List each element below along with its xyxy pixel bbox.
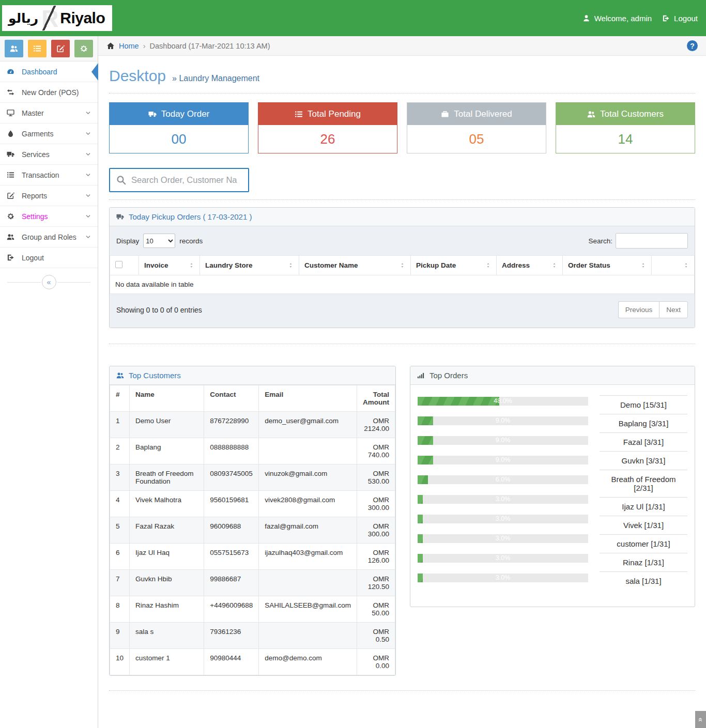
cell-rank: 9 [110,623,130,649]
column-header-address[interactable]: Address [497,256,563,275]
top-customers-title: Top Customers [129,371,181,380]
sidebar-collapse-button[interactable]: « [42,275,56,289]
cell-email: vinuzok@gmail.com [259,464,357,491]
welcome-user[interactable]: Welcome, admin [582,14,652,23]
order-share-bar: 9.0% [418,416,588,425]
sidebar-item-dashboard[interactable]: Dashboard [0,61,98,82]
top-customers-panel: Top Customers #NameContactEmailTotal Amo… [109,366,396,676]
select-all-checkbox[interactable] [115,261,122,268]
cell-contact: 0557515673 [204,544,259,570]
quick-edit-button[interactable] [51,40,70,57]
sidebar-item-logout[interactable]: Logout [0,247,98,268]
stat-card-total-customers[interactable]: Total Customers14 [556,102,695,153]
sort-icon[interactable] [640,262,646,268]
page-size-select[interactable]: 10 [143,234,175,248]
column-header-laundry-store[interactable]: Laundry Store [200,256,299,275]
chevron-down-icon [85,193,91,198]
sort-icon[interactable] [400,262,405,268]
sort-icon[interactable] [683,262,689,268]
sidebar-item-garments[interactable]: Garments [0,123,98,144]
sort-icon[interactable] [189,262,194,268]
column-label: Laundry Store [205,261,253,269]
column-label: Pickup Date [416,261,456,269]
sidebar-item-transaction[interactable]: Transaction [0,165,98,185]
chevron-down-icon [85,131,91,136]
table-row: 10customer 190980444demo@demo.comOMR 0.0… [110,649,395,675]
column-label: Address [502,261,530,269]
order-share-bar: 6.0% [418,475,588,484]
column-header-invoice[interactable]: Invoice [139,256,200,275]
page-title-main: Desktop [109,67,166,85]
sidebar-item-settings[interactable]: Settings [0,206,98,227]
select-all-header[interactable] [110,256,139,275]
bar-value-label: 3.0% [418,534,588,543]
sort-icon[interactable] [485,262,491,268]
stat-card-label: Total Delivered [454,109,512,119]
order-search-input[interactable] [131,175,242,185]
cell-email: demo@demo.com [259,649,357,675]
divider [109,199,695,200]
cell-rank: 4 [110,491,130,517]
logo-arabic-text: ريالو [8,11,38,26]
sidebar-item-master[interactable]: Master [0,103,98,123]
bar-value-label: 6.0% [418,475,588,484]
records-label: records [179,237,203,245]
customers-column-name: Name [130,385,204,412]
top-header: ريالو R Riyalo Welcome, admin Logout [0,0,706,36]
column-label: Order Status [568,261,610,269]
droplet-icon [7,130,22,137]
sidebar-item-reports[interactable]: Reports [0,185,98,206]
stat-card-label: Today Order [161,109,210,119]
empty-message: No data available in table [110,275,695,294]
breadcrumb-home-link[interactable]: Home [119,42,139,50]
table-row: 9sala s79361236OMR 0.50 [110,623,395,649]
bar-value-label: 48.0% [418,397,588,406]
order-legend-item: Fazal [3/31] [600,432,687,451]
chevron-down-icon [85,234,91,240]
quick-users-button[interactable] [5,40,23,57]
table-row: 2Baplang0888888888OMR 740.00 [110,438,395,464]
list-icon [7,171,22,179]
column-header-customer-name[interactable]: Customer Name [299,256,411,275]
stat-card-header: Total Pending [258,103,397,125]
sort-icon[interactable] [288,262,294,268]
sidebar-item-label: Master [22,109,44,117]
pagination: Previous Next [618,301,688,318]
cell-rank: 7 [110,570,130,596]
sidebar-item-services[interactable]: Services [0,144,98,165]
stat-card-total-pending[interactable]: Total Pending26 [258,102,397,153]
cell-email: ijazulhaq403@gmail.com [259,544,357,570]
table-search-label: Search: [588,237,612,245]
previous-button[interactable]: Previous [618,301,659,318]
column-header-actions[interactable] [652,256,695,275]
order-share-bar: 3.0% [418,495,588,504]
column-header-order-status[interactable]: Order Status [563,256,652,275]
table-row: 6Ijaz Ul Haq0557515673ijazulhaq403@gmail… [110,544,395,570]
column-header-pickup-date[interactable]: Pickup Date [411,256,497,275]
help-button[interactable]: ? [687,40,698,51]
welcome-text: Welcome, admin [594,14,652,23]
stat-card-value: 05 [407,125,546,153]
order-legend-item: Breath of Freedom [2/31] [600,470,687,497]
next-button[interactable]: Next [659,301,688,318]
sidebar-item-group-and-roles[interactable]: Group and Roles [0,227,98,247]
cell-amount: OMR 0.00 [357,649,395,675]
scroll-to-top-button[interactable]: « [695,711,706,728]
table-row: 5Fazal Razak96009688fazal@gmail.comOMR 3… [110,517,395,544]
cell-email [259,438,357,464]
sidebar-item-new-order-pos[interactable]: New Order (POS) [0,82,98,103]
cell-email [259,570,357,596]
quick-gear-button[interactable] [74,40,93,57]
quick-list-button[interactable] [28,40,47,57]
sort-icon[interactable] [551,262,557,268]
page-title: Desktop » Laundry Management [109,67,695,85]
cell-contact: 9560159681 [204,491,259,517]
bar-value-label: 3.0% [418,515,588,523]
home-icon [106,42,115,50]
table-search-input[interactable] [616,233,688,249]
logout-link[interactable]: Logout [662,14,698,23]
bar-value-label: 9.0% [418,456,588,464]
stat-card-total-delivered[interactable]: Total Delivered05 [407,102,546,153]
stat-card-today-order[interactable]: Today Order00 [109,102,249,153]
order-legend-item: Vivek [1/31] [600,516,687,534]
